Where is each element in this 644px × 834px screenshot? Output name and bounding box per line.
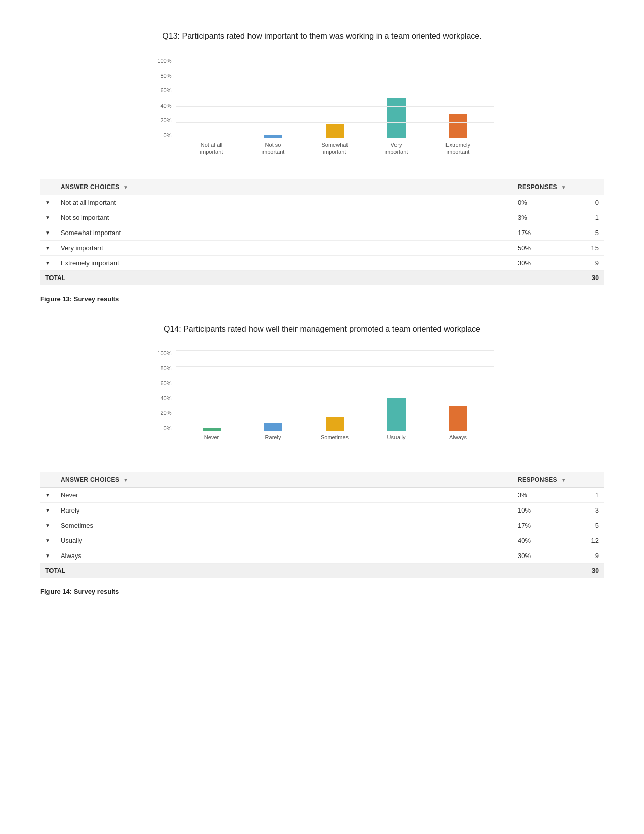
q13-title: Q13: Participants rated how important to… xyxy=(40,30,604,42)
q13-row4-arrow[interactable]: ▼ xyxy=(40,241,56,256)
q14-y-20: 20% xyxy=(160,410,171,416)
q13-row3-count: 5 xyxy=(573,225,604,241)
q13-row5-pct: 30% xyxy=(513,256,573,271)
q13-row5-count: 9 xyxy=(573,256,604,271)
q13-total-label: TOTAL xyxy=(40,271,573,286)
q13-bar-5 xyxy=(449,114,467,138)
q13-sort-responses-icon: ▼ xyxy=(561,184,566,190)
q14-th-choices[interactable]: ANSWER CHOICES ▼ xyxy=(56,472,513,488)
q14-bar-2 xyxy=(264,423,282,431)
q13-row3-arrow[interactable]: ▼ xyxy=(40,225,56,241)
q14-bar-3 xyxy=(326,417,344,431)
table-row: ▼ Not at all important 0% 0 xyxy=(40,195,604,210)
table-row: ▼ Very important 50% 15 xyxy=(40,241,604,256)
q14-row3-label: Sometimes xyxy=(56,518,513,533)
q13-row3-label: Somewhat important xyxy=(56,225,513,241)
q13-row1-arrow[interactable]: ▼ xyxy=(40,195,56,210)
q13-xlabel-3: Somewhatimportant xyxy=(309,141,361,156)
q14-bar-1 xyxy=(203,428,221,431)
table-row: ▼ Never 3% 1 xyxy=(40,488,604,503)
q13-th-count xyxy=(573,179,604,195)
q13-sort-choices-icon: ▼ xyxy=(123,184,128,190)
q14-row5-label: Always xyxy=(56,548,513,564)
q13-th-responses[interactable]: RESPONSES ▼ xyxy=(513,179,573,195)
q13-xlabel-4: Veryimportant xyxy=(371,141,422,156)
q13-row4-label: Very important xyxy=(56,241,513,256)
q14-section: Q14: Participants rated how well their m… xyxy=(40,323,604,595)
q13-y-60: 60% xyxy=(160,87,171,94)
q13-row2-count: 1 xyxy=(573,210,604,225)
q13-xlabel-5: Extremelyimportant xyxy=(432,141,484,156)
q13-bar-2 xyxy=(264,135,282,138)
q14-row3-pct: 17% xyxy=(513,518,573,533)
q13-bar-3 xyxy=(326,124,344,138)
q13-y-0: 0% xyxy=(164,132,172,138)
q13-chart: 100% 80% 60% 40% 20% 0% xyxy=(151,58,494,169)
q13-row5-label: Extremely important xyxy=(56,256,513,271)
q14-row2-arrow[interactable]: ▼ xyxy=(40,503,56,518)
q14-th-responses[interactable]: RESPONSES ▼ xyxy=(513,472,573,488)
q14-caption: Figure 14: Survey results xyxy=(40,588,604,595)
q14-table: ANSWER CHOICES ▼ RESPONSES ▼ ▼ Never 3% … xyxy=(40,472,604,578)
q14-th-count xyxy=(573,472,604,488)
q13-caption: Figure 13: Survey results xyxy=(40,295,604,303)
q14-sort-responses-icon: ▼ xyxy=(561,477,566,483)
q14-total-value: 30 xyxy=(573,564,604,578)
q14-total-row: TOTAL 30 xyxy=(40,564,604,578)
q14-xlabel-2: Rarely xyxy=(247,434,299,441)
q13-y-20: 20% xyxy=(160,117,171,123)
table-row: ▼ Always 30% 9 xyxy=(40,548,604,564)
q14-xlabel-1: Never xyxy=(186,434,237,441)
q14-row1-pct: 3% xyxy=(513,488,573,503)
table-row: ▼ Not so important 3% 1 xyxy=(40,210,604,225)
q14-y-100: 100% xyxy=(157,350,171,356)
q14-row4-pct: 40% xyxy=(513,533,573,548)
q13-xlabel-1: Not at allimportant xyxy=(186,141,237,156)
q13-total-row: TOTAL 30 xyxy=(40,271,604,286)
q14-y-40: 40% xyxy=(160,395,171,401)
q13-y-40: 40% xyxy=(160,103,171,109)
q14-row1-label: Never xyxy=(56,488,513,503)
q14-row3-count: 5 xyxy=(573,518,604,533)
q14-row2-label: Rarely xyxy=(56,503,513,518)
q13-th-choices[interactable]: ANSWER CHOICES ▼ xyxy=(56,179,513,195)
q13-row3-pct: 17% xyxy=(513,225,573,241)
q13-row5-arrow[interactable]: ▼ xyxy=(40,256,56,271)
q14-xlabel-4: Usually xyxy=(371,434,422,441)
q14-chart: 100% 80% 60% 40% 20% 0% xyxy=(151,350,494,461)
q13-row2-arrow[interactable]: ▼ xyxy=(40,210,56,225)
q14-row3-arrow[interactable]: ▼ xyxy=(40,518,56,533)
q14-row4-label: Usually xyxy=(56,533,513,548)
table-row: ▼ Rarely 10% 3 xyxy=(40,503,604,518)
table-row: ▼ Usually 40% 12 xyxy=(40,533,604,548)
q13-bar-4 xyxy=(387,98,406,138)
q13-row2-pct: 3% xyxy=(513,210,573,225)
q13-xlabel-2: Not soimportant xyxy=(247,141,299,156)
q14-y-80: 80% xyxy=(160,365,171,372)
q14-row1-count: 1 xyxy=(573,488,604,503)
q13-y-80: 80% xyxy=(160,73,171,79)
q14-row1-arrow[interactable]: ▼ xyxy=(40,488,56,503)
q14-xlabel-3: Sometimes xyxy=(309,434,361,441)
table-row: ▼ Extremely important 30% 9 xyxy=(40,256,604,271)
q14-row5-arrow[interactable]: ▼ xyxy=(40,548,56,564)
table-row: ▼ Somewhat important 17% 5 xyxy=(40,225,604,241)
table-row: ▼ Sometimes 17% 5 xyxy=(40,518,604,533)
q13-row1-label: Not at all important xyxy=(56,195,513,210)
q14-xlabel-5: Always xyxy=(432,434,484,441)
q14-row2-count: 3 xyxy=(573,503,604,518)
q14-y-60: 60% xyxy=(160,380,171,386)
q14-th-arrow xyxy=(40,472,56,488)
q14-bar-4 xyxy=(387,398,406,431)
q14-row5-pct: 30% xyxy=(513,548,573,564)
q14-row5-count: 9 xyxy=(573,548,604,564)
q14-sort-choices-icon: ▼ xyxy=(123,477,128,483)
q13-th-arrow xyxy=(40,179,56,195)
q14-row4-arrow[interactable]: ▼ xyxy=(40,533,56,548)
q13-section: Q13: Participants rated how important to… xyxy=(40,30,604,303)
q14-total-label: TOTAL xyxy=(40,564,573,578)
q13-table: ANSWER CHOICES ▼ RESPONSES ▼ ▼ Not at al… xyxy=(40,179,604,285)
q13-y-100: 100% xyxy=(157,58,171,64)
q13-row1-pct: 0% xyxy=(513,195,573,210)
q14-row2-pct: 10% xyxy=(513,503,573,518)
